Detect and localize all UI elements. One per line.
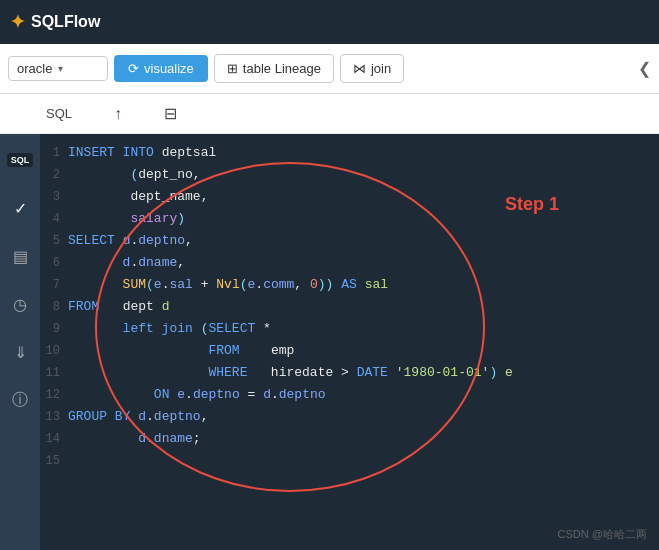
sidebar-item-info[interactable]: ⓘ xyxy=(4,384,36,416)
table-lineage-button[interactable]: ⊞ table Lineage xyxy=(214,54,334,83)
sql-tab-label: SQL xyxy=(46,106,72,121)
table-row: 4 salary) xyxy=(40,208,659,230)
table-row: 8 FROM dept d xyxy=(40,296,659,318)
diagram-button[interactable]: ⊟ xyxy=(158,100,183,127)
sidebar-item-clock[interactable]: ◷ xyxy=(4,288,36,320)
table-row: 11 WHERE hiredate > DATE '1980-01-01') e xyxy=(40,362,659,384)
table-lineage-icon: ⊞ xyxy=(227,61,238,76)
download-icon: ⇓ xyxy=(14,343,27,362)
clock-icon: ◷ xyxy=(13,295,27,314)
step-label: Step 1 xyxy=(505,194,559,215)
logo-icon: ✦ xyxy=(10,11,25,33)
table-row: 13 GROUP BY d.deptno, xyxy=(40,406,659,428)
table-row: 10 FROM emp xyxy=(40,340,659,362)
db-select-value: oracle xyxy=(17,61,52,76)
db-selector[interactable]: oracle ▾ xyxy=(8,56,108,81)
watermark: CSDN @哈哈二两 xyxy=(558,527,647,542)
code-area[interactable]: 1 INSERT INTO deptsal 2 (dept_no, 3 dept… xyxy=(40,134,659,550)
sidebar: SQL ✓ ▤ ◷ ⇓ ⓘ xyxy=(0,134,40,550)
table-row: 2 (dept_no, xyxy=(40,164,659,186)
table-row: 1 INSERT INTO deptsal xyxy=(40,142,659,164)
secondary-toolbar: SQL ↑ ⊟ xyxy=(0,94,659,134)
collapse-button[interactable]: ❮ xyxy=(638,59,651,78)
check-icon: ✓ xyxy=(14,199,27,218)
info-icon: ⓘ xyxy=(12,390,28,411)
main-toolbar: oracle ▾ ⟳ visualize ⊞ table Lineage ⋈ j… xyxy=(0,44,659,94)
sql-tab[interactable]: SQL xyxy=(40,102,78,125)
sidebar-item-sql[interactable]: SQL xyxy=(4,144,36,176)
upload-button[interactable]: ↑ xyxy=(108,101,128,127)
table-row: 12 ON e.deptno = d.deptno xyxy=(40,384,659,406)
table-row: 3 dept_name, xyxy=(40,186,659,208)
chevron-down-icon: ▾ xyxy=(58,63,63,74)
diagram-icon: ⊟ xyxy=(164,104,177,123)
table-lineage-label: table Lineage xyxy=(243,61,321,76)
main-layout: SQL ✓ ▤ ◷ ⇓ ⓘ 1 INSERT INTO deptsal 2 xyxy=(0,134,659,550)
sidebar-item-db[interactable]: ▤ xyxy=(4,240,36,272)
db-icon: ▤ xyxy=(13,247,28,266)
app-title: SQLFlow xyxy=(31,13,100,31)
sidebar-item-download[interactable]: ⇓ xyxy=(4,336,36,368)
table-row: 14 d.dname; xyxy=(40,428,659,450)
table-row: 15 xyxy=(40,450,659,472)
join-button[interactable]: ⋈ join xyxy=(340,54,404,83)
table-row: 5 SELECT d.deptno, xyxy=(40,230,659,252)
table-row: 6 d.dname, xyxy=(40,252,659,274)
join-label: join xyxy=(371,61,391,76)
sidebar-item-check[interactable]: ✓ xyxy=(4,192,36,224)
logo: ✦ SQLFlow xyxy=(10,11,100,33)
table-row: 9 left join (SELECT * xyxy=(40,318,659,340)
upload-icon: ↑ xyxy=(114,105,122,123)
navbar: ✦ SQLFlow xyxy=(0,0,659,44)
sql-icon: SQL xyxy=(7,153,34,167)
visualize-button[interactable]: ⟳ visualize xyxy=(114,55,208,82)
visualize-icon: ⟳ xyxy=(128,61,139,76)
visualize-label: visualize xyxy=(144,61,194,76)
join-icon: ⋈ xyxy=(353,61,366,76)
table-row: 7 SUM(e.sal + Nvl(e.comm, 0)) AS sal xyxy=(40,274,659,296)
code-editor[interactable]: 1 INSERT INTO deptsal 2 (dept_no, 3 dept… xyxy=(40,134,659,480)
